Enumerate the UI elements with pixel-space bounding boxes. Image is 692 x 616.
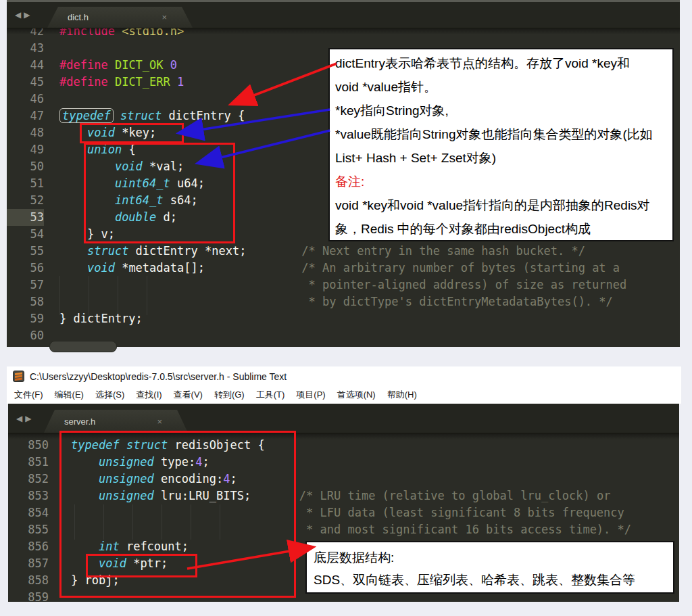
indent-guide [162,504,162,540]
code-line[interactable]: 855 * and most significant 16 bits acces… [8,521,679,538]
line-number: 853 [8,488,49,504]
indent-guide [220,504,220,540]
annotation-line: void *value指针。 [335,75,667,99]
close-icon[interactable]: × [157,417,162,427]
code-text: uint64_t u64; [59,175,205,192]
menu-item-view[interactable]: 查看(V) [174,389,203,401]
menu-item-tools[interactable]: 工具(T) [256,389,285,401]
code-text: #define DICT_ERR 1 [59,74,184,91]
annotation-line: List+ Hash + Set+ Zset对象) [335,146,667,170]
code-line[interactable]: 854 * LFU data (least significant 8 bits… [8,504,679,521]
indent-guide [89,276,89,315]
indent-guide [103,504,104,540]
indent-guide [147,276,147,315]
code-text: void *val; [59,158,184,175]
line-number: 852 [8,471,49,488]
code-text: int refcount; [71,538,189,555]
forward-icon: ▶ [25,414,34,423]
menu-bar: 文件(F)编辑(E)选择(S)查找(I)查看(V)转到(G)工具(T)项目(P)… [7,386,681,404]
code-text: union { [59,141,136,158]
line-number: 55 [7,243,44,260]
code-line[interactable]: 850typedef struct redisObject { [8,437,679,454]
tab-label: dict.h [47,12,89,22]
line-number: 43 [7,40,44,57]
code-line[interactable]: 59} dictEntry; [7,310,680,327]
annotation-line: 象，Redis 中的每个对象都由redisObject构成 [335,217,667,241]
line-number: 53 [7,209,44,226]
code-line[interactable]: 851 unsigned type:4; [8,454,679,471]
code-text: int64_t s64; [59,192,198,209]
code-text: void *metadata[]; /* An arbitrary number… [59,260,620,277]
back-icon: ◀ [16,414,25,423]
annotation-line: void *key和void *value指针指向的是内部抽象的Redis对 [335,193,667,217]
line-number: 851 [8,454,49,471]
code-text: void *key; [59,124,156,141]
code-text: } v; [59,226,115,243]
horizontal-scrollbar-handle[interactable] [49,341,117,352]
annotation-box-underlying-structures: 底层数据结构:SDS、双向链表、压缩列表、哈希表、跳表、整数集合等 [305,541,674,594]
line-number: 858 [8,572,49,589]
line-number: 56 [7,260,44,277]
annotation-line: *value既能指向String对象也能指向集合类型的对象(比如 [335,122,667,146]
annotation-line: 备注: [335,170,667,193]
line-number: 51 [7,175,44,192]
menu-item-selection[interactable]: 选择(S) [95,389,124,401]
annotation-line: *key指向String对象, [335,99,667,122]
tab-bar-top: ◀▶ dict.h × [7,2,680,28]
line-number: 47 [7,108,44,124]
line-number: 850 [8,437,49,454]
line-number: 52 [7,192,44,209]
back-icon: ◀ [15,10,24,20]
code-text: void *ptr; [71,555,168,572]
line-number: 48 [7,124,44,141]
menu-item-preferences[interactable]: 首选项(N) [337,389,376,401]
forward-icon: ▶ [24,10,32,20]
code-line[interactable]: 852 unsigned encoding:4; [8,471,679,488]
menu-item-file[interactable]: 文件(F) [14,389,43,401]
annotation-line: dictEntry表示哈希表节点的结构。存放了void *key和 [335,51,667,75]
code-text: * pointer-aligned address) of size as re… [59,277,626,293]
indent-guide [191,504,191,540]
sublime-window-chrome: C:\Users\zzyy\Desktop\redis-7.0.5\src\se… [7,366,681,404]
annotation-line: 底层数据结构: [314,546,666,569]
menu-item-help[interactable]: 帮助(H) [387,389,417,401]
line-number: 45 [7,74,44,91]
code-text: #define DICT_OK 0 [59,57,177,74]
annotation-box-dictentry: dictEntry表示哈希表节点的结构。存放了void *key和void *v… [328,48,674,241]
tab-server-h[interactable]: server.h × [44,410,188,433]
close-icon[interactable]: × [162,12,167,22]
history-nav-arrows[interactable]: ◀▶ [15,10,32,20]
line-number: 44 [7,57,44,74]
line-number: 854 [8,504,49,521]
code-line[interactable]: 55 struct dictEntry *next; /* Next entry… [7,243,680,260]
tab-bar-bottom: ◀▶ server.h × [8,404,679,433]
code-text: typedef struct redisObject { [71,437,265,454]
window-title: C:\Users\zzyy\Desktop\redis-7.0.5\src\se… [30,371,287,382]
indent-guide [74,504,75,540]
line-number: 856 [8,538,49,555]
code-text: double d; [59,209,177,226]
menu-item-goto[interactable]: 转到(G) [214,389,245,401]
code-line[interactable]: 58 * by dictType's dictEntryMetadataByte… [7,293,680,310]
code-text: * LFU data (least significant 8 bits fre… [71,504,624,521]
code-text: unsigned type:4; [71,454,209,471]
line-number: 857 [8,555,49,572]
line-number: 49 [7,141,44,158]
line-number: 58 [7,293,44,310]
code-text: } dictEntry; [59,310,143,327]
line-number: 57 [7,277,44,293]
history-nav-arrows[interactable]: ◀▶ [16,414,34,423]
indent-guide [132,504,133,540]
tab-dict-h[interactable]: dict.h × [47,7,193,28]
code-line[interactable]: 57 * pointer-aligned address) of size as… [7,277,680,293]
annotation-line: SDS、双向链表、压缩列表、哈希表、跳表、整数集合等 [314,569,666,591]
code-line[interactable]: 56 void *metadata[]; /* An arbitrary num… [7,260,680,277]
menu-item-find[interactable]: 查找(I) [136,389,162,401]
menu-item-project[interactable]: 项目(P) [296,389,325,401]
title-bar: C:\Users\zzyy\Desktop\redis-7.0.5\src\se… [7,366,681,386]
code-text: } robj; [71,572,120,589]
code-line[interactable]: 853 unsigned lru:LRU_BITS; /* LRU time (… [8,488,679,504]
code-text: typedef struct dictEntry { [59,108,245,124]
line-number: 855 [8,521,49,538]
menu-item-edit[interactable]: 编辑(E) [55,389,84,401]
